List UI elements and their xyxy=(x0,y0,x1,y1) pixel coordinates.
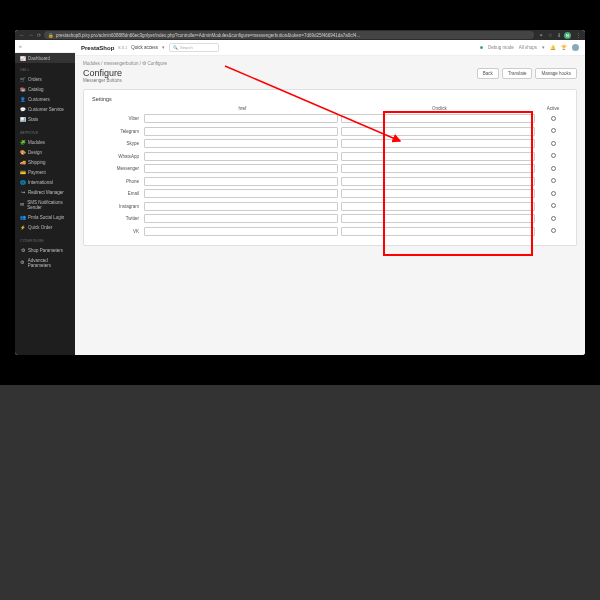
active-checkbox[interactable] xyxy=(551,228,556,233)
back-button[interactable]: Back xyxy=(477,68,499,79)
active-checkbox[interactable] xyxy=(551,128,556,133)
bookmark-icon[interactable]: ☆ xyxy=(548,32,552,38)
menu-icon[interactable]: ⋮ xyxy=(576,32,581,38)
panel-title: Settings xyxy=(92,96,568,102)
improve-icon: 🌐 xyxy=(20,180,25,185)
sidebar-item-label: Modules xyxy=(28,140,45,145)
sidebar-item-label: Quick Order xyxy=(28,225,52,230)
active-checkbox[interactable] xyxy=(551,216,556,221)
improve-icon: 💳 xyxy=(20,170,25,175)
settings-row: VK xyxy=(92,227,568,236)
sidebar-item-orders[interactable]: 🛒Orders xyxy=(15,74,75,84)
onclick-input[interactable] xyxy=(341,139,535,148)
href-input[interactable] xyxy=(144,152,338,161)
row-label: Telegram xyxy=(92,129,144,134)
sidebar-item-label: Customer Service xyxy=(28,107,64,112)
dashboard-icon: 📈 xyxy=(20,56,25,61)
sidebar-item-dashboard[interactable]: 📈 Dashboard xyxy=(15,53,75,63)
sidebar-item-advanced-parameters[interactable]: ⚙Advanced Parameters xyxy=(15,255,75,270)
search-input[interactable]: 🔍 Search xyxy=(169,43,219,52)
logo: PrestaShop xyxy=(81,45,114,51)
avatar[interactable] xyxy=(572,44,579,51)
href-input[interactable] xyxy=(144,189,338,198)
forward-arrow-icon[interactable]: → xyxy=(28,32,34,38)
href-input[interactable] xyxy=(144,127,338,136)
sidebar-item-shop-parameters[interactable]: ⚙Shop Parameters xyxy=(15,245,75,255)
onclick-input[interactable] xyxy=(341,177,535,186)
onclick-input[interactable] xyxy=(341,164,535,173)
main-content: PrestaShop 8.0.1 Quick access ▾ 🔍 Search… xyxy=(75,40,585,355)
href-input[interactable] xyxy=(144,227,338,236)
onclick-input[interactable] xyxy=(341,114,535,123)
profile-badge[interactable]: N xyxy=(564,32,571,39)
onclick-input[interactable] xyxy=(341,202,535,211)
onclick-input[interactable] xyxy=(341,189,535,198)
sidebar-item-label: Shop Parameters xyxy=(28,248,63,253)
href-input[interactable] xyxy=(144,114,338,123)
href-input[interactable] xyxy=(144,139,338,148)
url-bar[interactable]: 🔒 prestashop8.pixy.pro/admin6088f8dn66ec… xyxy=(44,31,534,39)
configure-icon: ⚙ xyxy=(20,260,25,265)
settings-row: Twitter xyxy=(92,214,568,223)
sidebar-item-label: SMS Notifications Sender xyxy=(27,200,70,210)
sidebar-item-catalog[interactable]: 📚Catalog xyxy=(15,84,75,94)
sell-icon: 🛒 xyxy=(20,77,25,82)
sidebar-item-design[interactable]: 🎨Design xyxy=(15,147,75,157)
sidebar-item-payment[interactable]: 💳Payment xyxy=(15,167,75,177)
href-input[interactable] xyxy=(144,177,338,186)
manage-hooks-button[interactable]: Manage hooks xyxy=(535,68,577,79)
refresh-icon[interactable]: ⟳ xyxy=(37,32,41,38)
settings-panel: Settings href Onclick Active ViberTelegr… xyxy=(83,89,577,246)
notifications-icon[interactable]: 🔔 xyxy=(550,45,556,50)
onclick-input[interactable] xyxy=(341,214,535,223)
back-arrow-icon[interactable]: ← xyxy=(19,32,25,38)
sidebar-item-stats[interactable]: 📊Stats xyxy=(15,114,75,124)
row-label: Viber xyxy=(92,116,144,121)
sidebar-item-customers[interactable]: 👤Customers xyxy=(15,94,75,104)
sidebar-item-label: Customers xyxy=(28,97,50,102)
sidebar-item-label: Shipping xyxy=(28,160,46,165)
page-subtitle: Messenger Buttons xyxy=(83,78,122,83)
sidebar-item-redirect-manager[interactable]: ↪Redirect Manager xyxy=(15,187,75,197)
sidebar-item-customer-service[interactable]: 💬Customer Service xyxy=(15,104,75,114)
browser-chrome: ← → ⟳ 🔒 prestashop8.pixy.pro/admin6088f8… xyxy=(15,30,585,40)
configure-icon: ⚙ xyxy=(20,248,25,253)
sell-icon: 📚 xyxy=(20,87,25,92)
active-checkbox[interactable] xyxy=(551,141,556,146)
search-icon: 🔍 xyxy=(173,45,178,50)
collapse-icon[interactable]: « xyxy=(19,43,22,49)
sidebar: « 📈 Dashboard SELL 🛒Orders📚Catalog👤Custo… xyxy=(15,40,75,355)
onclick-input[interactable] xyxy=(341,127,535,136)
sidebar-item-shipping[interactable]: 🚚Shipping xyxy=(15,157,75,167)
active-checkbox[interactable] xyxy=(551,166,556,171)
settings-row: Instagram xyxy=(92,202,568,211)
breadcrumb: Modules / messengerbutton / ⚙ Configure xyxy=(83,61,577,66)
active-checkbox[interactable] xyxy=(551,153,556,158)
extension-icon[interactable]: ✦ xyxy=(539,32,543,38)
trophy-icon[interactable]: 🏆 xyxy=(561,45,567,50)
sidebar-header: « xyxy=(15,40,75,53)
sidebar-item-modules[interactable]: 🧩Modules xyxy=(15,137,75,147)
onclick-input[interactable] xyxy=(341,152,535,161)
sidebar-item-quick-order[interactable]: ⚡Quick Order xyxy=(15,222,75,232)
improve-icon: ↪ xyxy=(20,190,25,195)
sidebar-item-label: Redirect Manager xyxy=(28,190,64,195)
sidebar-item-sms-notifications-sender[interactable]: ✉SMS Notifications Sender xyxy=(15,197,75,212)
href-input[interactable] xyxy=(144,202,338,211)
sidebar-item-international[interactable]: 🌐International xyxy=(15,177,75,187)
sidebar-item-label: Payment xyxy=(28,170,46,175)
sidebar-item-label: International xyxy=(28,180,53,185)
href-input[interactable] xyxy=(144,214,338,223)
active-checkbox[interactable] xyxy=(551,178,556,183)
download-icon[interactable]: ⬇ xyxy=(557,32,561,38)
shops-dropdown[interactable]: All shops xyxy=(519,45,537,50)
active-checkbox[interactable] xyxy=(551,116,556,121)
active-checkbox[interactable] xyxy=(551,203,556,208)
quick-access-dropdown[interactable]: Quick access xyxy=(131,45,158,50)
active-checkbox[interactable] xyxy=(551,191,556,196)
href-input[interactable] xyxy=(144,164,338,173)
translate-button[interactable]: Translate xyxy=(502,68,533,79)
sidebar-item-label: Design xyxy=(28,150,42,155)
onclick-input[interactable] xyxy=(341,227,535,236)
sidebar-item-prnla-social-login[interactable]: 👥Prnla Social Login xyxy=(15,212,75,222)
